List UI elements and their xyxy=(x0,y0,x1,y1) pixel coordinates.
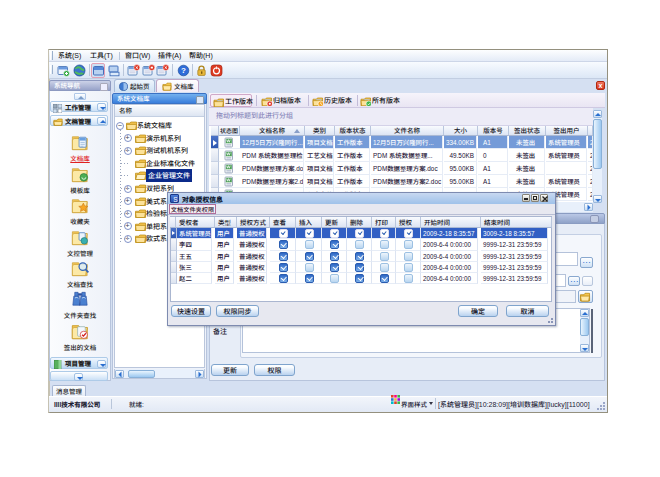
svg-text:?: ? xyxy=(181,66,186,75)
svg-text:S: S xyxy=(173,196,178,203)
